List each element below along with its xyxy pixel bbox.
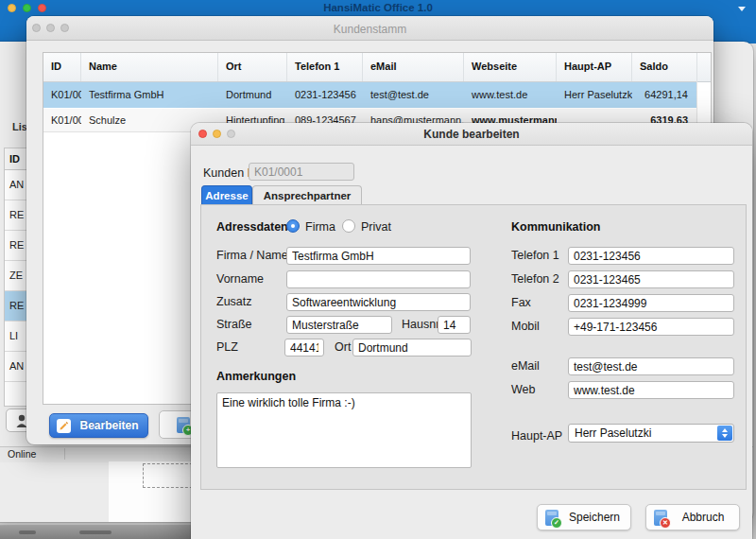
plz-label: PLZ: [216, 340, 238, 354]
strasse-label: Straße: [216, 318, 252, 331]
fax-label: Fax: [511, 296, 531, 309]
adresse-tab-panel: Adressdaten Firma Privat Firma / Name Vo…: [200, 204, 747, 490]
background-panel-label: Lis: [12, 121, 27, 132]
document-save-icon: ✓: [545, 510, 558, 526]
email-field[interactable]: [568, 357, 734, 375]
tab-ansprechpartner[interactable]: Ansprechpartner: [252, 185, 362, 205]
telefon1-label: Telefon 1: [511, 249, 559, 262]
anmerkungen-heading: Anmerkungen: [216, 370, 296, 383]
zusatz-label: Zusatz: [216, 295, 252, 308]
column-header-filler: [697, 53, 711, 81]
haupt-ap-select[interactable]: Herr Paselutzki: [568, 424, 734, 443]
ort-label: Ort: [335, 340, 351, 354]
fax-field[interactable]: [568, 294, 734, 312]
column-header[interactable]: Saldo: [632, 53, 697, 81]
web-field[interactable]: [568, 381, 734, 399]
plz-field[interactable]: [284, 339, 324, 356]
cell-id: K01/0002: [43, 109, 81, 131]
column-header[interactable]: Ort: [218, 53, 287, 81]
adressdaten-heading: Adressdaten: [216, 220, 288, 234]
mobil-field[interactable]: [568, 318, 734, 336]
pencil-icon: [57, 419, 71, 433]
cell-id: K01/0001: [43, 82, 81, 108]
online-status: Online: [8, 448, 36, 460]
app-title: HansiMatic Office 1.0: [0, 2, 756, 13]
email-label: eMail: [511, 359, 540, 373]
window-title: Kundenstamm: [26, 23, 713, 36]
firma-name-field[interactable]: [286, 247, 471, 265]
save-button[interactable]: ✓ Speichern: [537, 504, 631, 530]
check-badge-icon: ✓: [551, 517, 562, 529]
kunden-id-field: [249, 163, 354, 181]
vorname-field[interactable]: [286, 270, 471, 288]
kommunikation-heading: Kommunikation: [511, 220, 600, 234]
column-header[interactable]: Telefon 1: [287, 53, 363, 81]
cell-haupt-ap: Herr Paselutzki: [557, 82, 632, 108]
dialog-titlebar: Kunde bearbeiten: [191, 123, 752, 146]
table-row-selected[interactable]: K01/0001 Testfirma GmbH Dortmund 0231-12…: [43, 82, 697, 109]
dialog-title: Kunde bearbeiten: [191, 128, 752, 141]
telefon1-field[interactable]: [568, 247, 734, 265]
ort-field[interactable]: [352, 339, 472, 356]
column-header[interactable]: eMail: [363, 53, 464, 81]
hausnr-field[interactable]: [438, 316, 471, 334]
cell-webseite: www.test.de: [464, 82, 557, 108]
zusatz-field[interactable]: [286, 293, 471, 311]
column-header[interactable]: Webseite: [464, 53, 557, 81]
desktop: HansiMatic Office 1.0 Lis ID AN RE RE ZE…: [0, 0, 756, 539]
cell-telefon: 0231-123456: [287, 82, 363, 108]
chevron-down-icon[interactable]: [738, 7, 746, 11]
edge-mark: [19, 530, 36, 534]
cell-ort: Dortmund: [218, 82, 287, 108]
status-bar-divider: [64, 448, 65, 460]
cell-saldo: 64291,14: [632, 82, 697, 108]
cancel-button[interactable]: ✕ Abbruch: [645, 504, 740, 530]
x-badge-icon: ✕: [660, 517, 671, 529]
vorname-label: Vorname: [216, 272, 264, 286]
radio-privat-label[interactable]: Privat: [361, 220, 391, 234]
document-add-icon: +: [177, 417, 190, 433]
edit-customer-dialog: Kunde bearbeiten Kunden ID Adresse Anspr…: [191, 123, 752, 539]
edge-mark: [79, 530, 112, 534]
column-header[interactable]: Name: [81, 53, 218, 81]
stepper-icon: [717, 426, 732, 441]
radio-firma-label[interactable]: Firma: [305, 220, 335, 234]
save-button-label: Speichern: [558, 511, 630, 524]
cancel-button-label: Abbruch: [667, 511, 739, 524]
mobil-label: Mobil: [511, 320, 540, 333]
kundenstamm-titlebar: Kundenstamm: [26, 16, 713, 41]
telefon2-label: Telefon 2: [511, 272, 559, 286]
telefon2-field[interactable]: [568, 270, 734, 288]
web-label: Web: [511, 383, 535, 396]
haupt-ap-value: Herr Paselutzki: [575, 426, 651, 440]
firma-name-label: Firma / Name: [216, 249, 288, 262]
edit-button-label: Bearbeiten: [71, 419, 147, 432]
anmerkungen-textarea[interactable]: Eine wirklich tolle Firma :-): [216, 392, 472, 468]
column-header[interactable]: ID: [43, 53, 81, 81]
table-header-row: ID Name Ort Telefon 1 eMail Webseite Hau…: [43, 53, 711, 82]
strasse-field[interactable]: [286, 316, 392, 334]
hausnr-label: Hausnr.: [402, 318, 442, 331]
cell-name: Testfirma GmbH: [81, 82, 218, 108]
column-header[interactable]: Haupt-AP: [557, 53, 632, 81]
haupt-ap-label: Haupt-AP: [511, 429, 562, 443]
edit-button[interactable]: Bearbeiten: [49, 413, 148, 438]
document-cancel-icon: ✕: [654, 510, 667, 526]
cell-email: test@test.de: [363, 82, 464, 108]
tab-adresse[interactable]: Adresse: [201, 185, 252, 205]
radio-firma[interactable]: [286, 219, 300, 233]
radio-privat[interactable]: [342, 219, 355, 233]
